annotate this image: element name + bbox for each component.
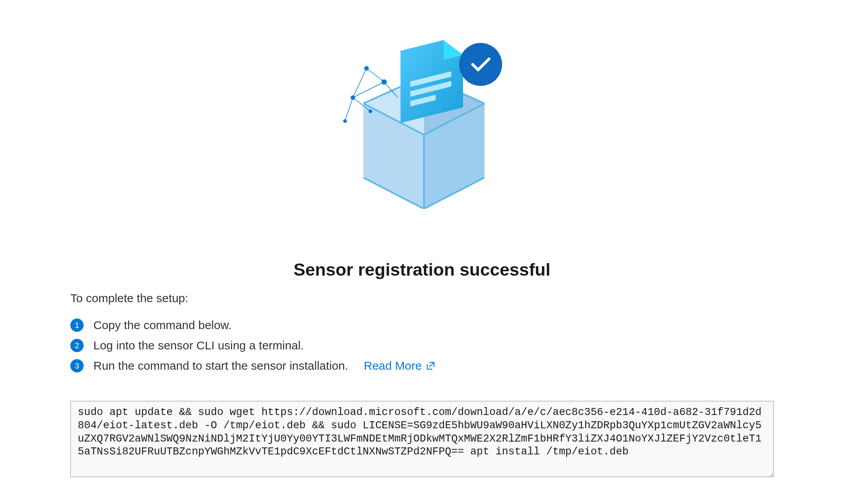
step-row: 1 Copy the command below.	[70, 319, 774, 332]
step-text: Copy the command below.	[93, 319, 232, 332]
step-text: Run the command to start the sensor inst…	[93, 359, 348, 372]
read-more-label: Read More	[364, 359, 422, 372]
step-row: 2 Log into the sensor CLI using a termin…	[70, 339, 774, 352]
svg-line-1	[353, 68, 367, 98]
install-command-field[interactable]	[70, 401, 774, 477]
svg-line-2	[353, 82, 384, 98]
step-text: Log into the sensor CLI using a terminal…	[93, 339, 304, 352]
step-bullet: 1	[70, 319, 84, 332]
svg-line-3	[345, 98, 353, 121]
external-link-icon	[426, 361, 436, 371]
step-bullet: 3	[70, 359, 84, 372]
step-bullet: 2	[70, 339, 84, 352]
intro-text: To complete the setup:	[70, 292, 774, 305]
read-more-link[interactable]: Read More	[364, 359, 436, 372]
svg-point-8	[351, 96, 355, 100]
sensor-box-illustration	[336, 31, 508, 199]
svg-line-0	[367, 68, 384, 82]
checkmark-icon	[470, 57, 492, 72]
step-row: 3 Run the command to start the sensor in…	[70, 359, 774, 372]
svg-point-10	[369, 110, 372, 113]
success-badge	[459, 43, 502, 86]
svg-point-9	[343, 119, 347, 123]
svg-line-5	[384, 82, 398, 98]
svg-point-7	[382, 80, 386, 84]
page-title: Sensor registration successful	[293, 260, 551, 280]
svg-line-4	[353, 98, 370, 111]
svg-point-6	[365, 66, 368, 70]
